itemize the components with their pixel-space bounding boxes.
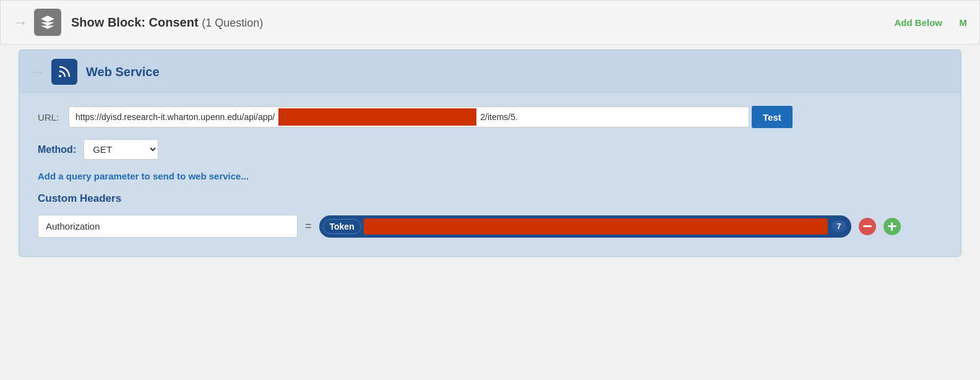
header-key-value-row: = Token 7 [38,215,942,238]
custom-headers-title: Custom Headers [38,192,942,205]
remove-header-button[interactable] [859,218,876,235]
cube-icon [40,14,56,30]
url-suffix-text: 2/items/5. [476,107,522,127]
show-block-arrow-icon: → [13,14,28,31]
rss-icon [57,64,72,79]
url-prefix-text: https://dyisd.research-it.wharton.upenn.… [69,107,278,127]
equals-sign: = [305,220,312,233]
token-badge: Token [323,219,361,234]
show-block-row: → Show Block: Consent (1 Question) Add B… [0,0,980,45]
test-button[interactable]: Test [752,106,793,128]
ws-icon-box [51,59,77,85]
question-count: (1 Question) [202,17,263,29]
block-icon [34,9,61,36]
add-header-button[interactable] [883,218,901,235]
method-row: Method: GET POST PUT PATCH DELETE [38,139,942,160]
header-key-input[interactable] [38,215,298,238]
token-number-badge: 7 [832,220,846,232]
method-label: Method: [38,144,76,155]
svg-point-0 [59,75,61,77]
url-input-container[interactable]: https://dyisd.research-it.wharton.upenn.… [69,106,749,127]
token-value-container[interactable]: Token 7 [319,215,851,238]
url-label: URL: [38,112,62,123]
web-service-header: → Web Service [19,50,961,93]
url-row: URL: https://dyisd.research-it.wharton.u… [38,106,942,128]
add-below-button[interactable]: Add Below [895,17,943,28]
show-block-title: Show Block: Consent (1 Question) [71,15,263,30]
show-block-title-text: Show Block: Consent [71,15,199,29]
add-query-param-link[interactable]: Add a query parameter to send to web ser… [38,171,942,181]
web-service-panel: → Web Service URL: https://dyisd.researc… [19,50,961,257]
token-value-redacted [364,218,828,235]
ws-arrow-icon: → [30,63,45,80]
ws-title: Web Service [86,65,160,79]
url-redacted-portion [278,108,476,126]
more-button[interactable]: M [960,17,968,28]
method-select[interactable]: GET POST PUT PATCH DELETE [84,139,158,160]
ws-body: URL: https://dyisd.research-it.wharton.u… [19,93,961,256]
